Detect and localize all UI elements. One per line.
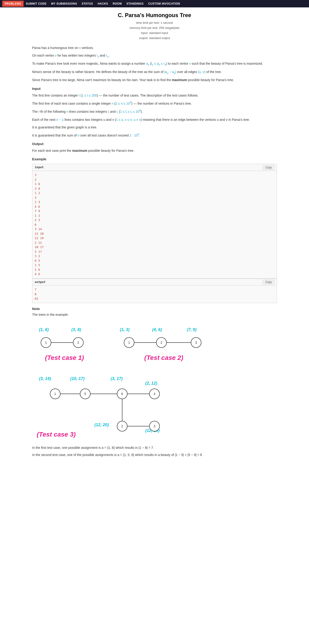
input-p4: Each of the next n − 1 lines contains tw… <box>32 117 277 122</box>
svg-text:(12, 20): (12, 20) <box>94 422 109 427</box>
svg-text:(3, 17): (3, 17) <box>110 376 123 381</box>
svg-text:(1, 6): (1, 6) <box>39 327 49 332</box>
nav-standings[interactable]: STANDINGS <box>124 1 146 7</box>
copy-input-button[interactable]: Copy <box>263 165 274 170</box>
input-code-header: input Copy <box>32 164 277 171</box>
input-p3: The i-th of the following n lines contai… <box>32 108 277 115</box>
test-case-3-diagram: (3, 14) (10, 17) (3, 17) (2, 12) (12, 20… <box>32 371 277 438</box>
input-code-content: 3 2 1 6 3 8 1 2 3 1 3 4 6 7 9 1 2 2 3 6 … <box>32 171 277 278</box>
svg-text:4: 4 <box>154 392 156 396</box>
input-type: input: standard input <box>32 30 277 36</box>
input-code-block: input Copy 3 2 1 6 3 8 1 2 3 1 3 4 6 7 9… <box>32 164 277 278</box>
desc-p2: On each vertex v he has written two inte… <box>32 53 277 59</box>
desc-p3: To make Parsa's tree look even more maje… <box>32 61 277 67</box>
output-label: output <box>35 280 46 284</box>
output-code-content: 7 8 62 <box>32 286 277 303</box>
nav-problems[interactable]: PROBLEMS <box>2 1 24 7</box>
nav-submit-code[interactable]: SUBMIT CODE <box>24 1 49 7</box>
test-case-2-label: (Test case 2) <box>144 354 183 362</box>
problem-meta: time limit per test: 1 second memory lim… <box>32 20 277 41</box>
problem-title: C. Parsa's Humongous Tree <box>32 12 277 18</box>
input-p2: The first line of each test case contain… <box>32 100 277 106</box>
note-text-2: In the second test case, one of the poss… <box>32 452 277 457</box>
svg-text:5: 5 <box>84 392 86 396</box>
test-case-2-diagram: (1, 3) (4, 6) (7, 9) 1 2 3 ( <box>115 324 212 362</box>
svg-text:(3, 14): (3, 14) <box>39 376 51 381</box>
example-section: Example input Copy 3 2 1 6 3 8 1 2 3 1 3… <box>32 156 277 303</box>
nav-hacks[interactable]: HACKS <box>96 1 110 7</box>
svg-text:1: 1 <box>128 341 130 344</box>
input-section: Input The first line contains an integer… <box>32 86 277 138</box>
test-case-1-label: (Test case 1) <box>45 354 84 362</box>
output-header: Output <box>32 141 277 147</box>
svg-text:1: 1 <box>54 392 56 396</box>
output-section: Output For each test case print the maxi… <box>32 141 277 153</box>
output-code-block: output Copy 7 8 62 <box>32 278 277 303</box>
nav-room[interactable]: ROOM <box>110 1 124 7</box>
svg-text:(2, 12): (2, 12) <box>145 381 157 386</box>
desc-p1: Parsa has a humongous tree on n vertices… <box>32 45 277 50</box>
copy-output-button[interactable]: Copy <box>263 280 274 284</box>
svg-text:6: 6 <box>121 392 123 396</box>
note-header: Note <box>32 307 277 311</box>
output-type: output: standard output <box>32 36 277 41</box>
example-title: Example <box>32 156 277 162</box>
trees-diagram: (1, 6) (3, 8) 1 2 (Test case 1) <box>32 324 277 438</box>
output-text: For each test case print the maximum pos… <box>32 148 277 153</box>
nav-custom-invocation[interactable]: CUSTOM INVOCATION <box>146 1 182 7</box>
svg-text:(3, 8): (3, 8) <box>71 327 81 332</box>
test-case-1-diagram: (1, 6) (3, 8) 1 2 (Test case 1) <box>32 324 97 362</box>
test-case-1-svg: (1, 6) (3, 8) 1 2 <box>32 324 97 352</box>
svg-text:2: 2 <box>77 341 79 344</box>
svg-text:2: 2 <box>121 424 123 428</box>
input-label: input <box>35 165 44 170</box>
svg-text:(7, 9): (7, 9) <box>187 327 196 332</box>
input-p6: It is guaranteed that the sum of n over … <box>32 132 277 138</box>
time-limit: time limit per test: 1 second <box>32 20 277 26</box>
svg-text:3: 3 <box>195 341 197 344</box>
svg-text:(4, 6): (4, 6) <box>152 327 162 332</box>
note-section: Note The trees in the example: (1, 6) (3… <box>32 307 277 457</box>
note-intro: The trees in the example: <box>32 312 277 317</box>
desc-p5: Since Parsa's tree is too large, Nima ca… <box>32 78 277 82</box>
input-p5: It is guaranteed that the given graph is… <box>32 125 277 130</box>
input-header: Input <box>32 86 277 92</box>
nav-status[interactable]: STATUS <box>80 1 96 7</box>
svg-text:(10, 17): (10, 17) <box>70 376 84 381</box>
output-code-header: output Copy <box>32 279 277 286</box>
input-p1: The first line contains an integer t (1 … <box>32 93 277 98</box>
navbar: PROBLEMS SUBMIT CODE MY SUBMISSIONS STAT… <box>0 0 309 8</box>
test-case-2-svg: (1, 3) (4, 6) (7, 9) 1 2 3 <box>115 324 212 352</box>
problem-description: Parsa has a humongous tree on n vertices… <box>32 45 277 82</box>
test-case-3-label: (Test case 3) <box>37 431 76 438</box>
desc-p4: Nima's sense of the beauty is rather biz… <box>32 69 277 75</box>
svg-text:1: 1 <box>45 341 47 344</box>
svg-text:3: 3 <box>154 424 156 428</box>
svg-text:(1, 3): (1, 3) <box>120 327 130 332</box>
memory-limit: memory limit per test: 256 megabytes <box>32 26 277 30</box>
nav-my-submissions[interactable]: MY SUBMISSIONS <box>49 1 80 7</box>
svg-text:2: 2 <box>160 341 162 344</box>
